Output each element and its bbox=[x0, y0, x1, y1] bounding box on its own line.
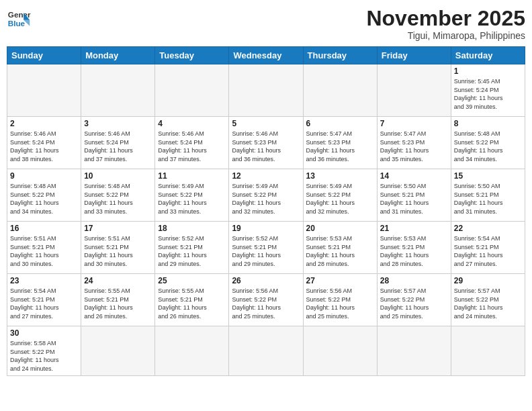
page: General Blue November 2025 Tigui, Mimaro… bbox=[0, 0, 532, 411]
header-tuesday: Tuesday bbox=[155, 47, 229, 64]
day-info: Sunrise: 5:51 AM Sunset: 5:21 PM Dayligh… bbox=[84, 234, 152, 268]
day-info: Sunrise: 5:48 AM Sunset: 5:22 PM Dayligh… bbox=[10, 182, 78, 216]
day-info: Sunrise: 5:56 AM Sunset: 5:22 PM Dayligh… bbox=[306, 287, 374, 320]
day-number: 2 bbox=[10, 119, 78, 128]
day-info: Sunrise: 5:46 AM Sunset: 5:24 PM Dayligh… bbox=[10, 130, 78, 163]
day-info: Sunrise: 5:52 AM Sunset: 5:21 PM Dayligh… bbox=[232, 234, 300, 268]
day-number: 5 bbox=[232, 119, 300, 128]
day-info: Sunrise: 5:49 AM Sunset: 5:22 PM Dayligh… bbox=[158, 182, 226, 216]
day-number: 18 bbox=[158, 224, 226, 233]
calendar-cell: 23Sunrise: 5:54 AM Sunset: 5:21 PM Dayli… bbox=[7, 274, 81, 326]
calendar-cell bbox=[451, 326, 525, 375]
day-number: 14 bbox=[380, 171, 448, 181]
day-number: 22 bbox=[454, 224, 522, 233]
day-number: 21 bbox=[380, 224, 448, 233]
calendar-cell: 25Sunrise: 5:55 AM Sunset: 5:21 PM Dayli… bbox=[155, 274, 229, 326]
title-section: November 2025 Tigui, Mimaropa, Philippin… bbox=[366, 7, 525, 41]
day-info: Sunrise: 5:46 AM Sunset: 5:24 PM Dayligh… bbox=[84, 130, 152, 163]
header-saturday: Saturday bbox=[451, 47, 525, 64]
calendar-cell: 14Sunrise: 5:50 AM Sunset: 5:21 PM Dayli… bbox=[377, 169, 451, 222]
calendar-cell bbox=[303, 326, 377, 375]
calendar-cell: 20Sunrise: 5:53 AM Sunset: 5:21 PM Dayli… bbox=[303, 222, 377, 274]
day-number: 16 bbox=[10, 224, 78, 233]
day-info: Sunrise: 5:53 AM Sunset: 5:21 PM Dayligh… bbox=[306, 234, 374, 268]
calendar-cell bbox=[229, 326, 303, 375]
calendar-cell bbox=[81, 64, 155, 117]
header-sunday: Sunday bbox=[7, 47, 81, 64]
calendar-cell: 5Sunrise: 5:46 AM Sunset: 5:23 PM Daylig… bbox=[229, 117, 303, 169]
calendar-cell bbox=[81, 326, 155, 375]
calendar-cell: 10Sunrise: 5:48 AM Sunset: 5:22 PM Dayli… bbox=[81, 169, 155, 222]
header-friday: Friday bbox=[377, 47, 451, 64]
day-number: 15 bbox=[454, 171, 522, 181]
day-number: 19 bbox=[232, 224, 300, 233]
calendar-cell bbox=[7, 64, 81, 117]
day-number: 7 bbox=[380, 119, 448, 128]
header-wednesday: Wednesday bbox=[229, 47, 303, 64]
day-info: Sunrise: 5:52 AM Sunset: 5:21 PM Dayligh… bbox=[158, 234, 226, 268]
calendar-cell: 12Sunrise: 5:49 AM Sunset: 5:22 PM Dayli… bbox=[229, 169, 303, 222]
day-number: 30 bbox=[10, 328, 78, 338]
day-info: Sunrise: 5:55 AM Sunset: 5:21 PM Dayligh… bbox=[84, 287, 152, 320]
weekday-header-row: Sunday Monday Tuesday Wednesday Thursday… bbox=[7, 47, 525, 64]
calendar-cell: 13Sunrise: 5:49 AM Sunset: 5:22 PM Dayli… bbox=[303, 169, 377, 222]
day-info: Sunrise: 5:49 AM Sunset: 5:22 PM Dayligh… bbox=[306, 182, 374, 216]
header: General Blue November 2025 Tigui, Mimaro… bbox=[7, 7, 525, 41]
day-info: Sunrise: 5:49 AM Sunset: 5:22 PM Dayligh… bbox=[232, 182, 300, 216]
calendar-cell: 1Sunrise: 5:45 AM Sunset: 5:24 PM Daylig… bbox=[451, 64, 525, 117]
day-info: Sunrise: 5:48 AM Sunset: 5:22 PM Dayligh… bbox=[454, 130, 522, 163]
day-number: 27 bbox=[306, 276, 374, 285]
day-info: Sunrise: 5:51 AM Sunset: 5:21 PM Dayligh… bbox=[10, 234, 78, 268]
calendar-cell: 16Sunrise: 5:51 AM Sunset: 5:21 PM Dayli… bbox=[7, 222, 81, 274]
calendar: Sunday Monday Tuesday Wednesday Thursday… bbox=[7, 46, 525, 375]
header-thursday: Thursday bbox=[303, 47, 377, 64]
day-number: 17 bbox=[84, 224, 152, 233]
calendar-cell: 18Sunrise: 5:52 AM Sunset: 5:21 PM Dayli… bbox=[155, 222, 229, 274]
day-info: Sunrise: 5:47 AM Sunset: 5:23 PM Dayligh… bbox=[306, 130, 374, 163]
day-info: Sunrise: 5:54 AM Sunset: 5:21 PM Dayligh… bbox=[454, 234, 522, 268]
day-number: 10 bbox=[84, 171, 152, 181]
calendar-cell bbox=[377, 326, 451, 375]
calendar-cell: 2Sunrise: 5:46 AM Sunset: 5:24 PM Daylig… bbox=[7, 117, 81, 169]
day-number: 26 bbox=[232, 276, 300, 285]
day-info: Sunrise: 5:46 AM Sunset: 5:24 PM Dayligh… bbox=[158, 130, 226, 163]
calendar-cell: 11Sunrise: 5:49 AM Sunset: 5:22 PM Dayli… bbox=[155, 169, 229, 222]
calendar-cell: 15Sunrise: 5:50 AM Sunset: 5:21 PM Dayli… bbox=[451, 169, 525, 222]
logo: General Blue bbox=[7, 7, 31, 31]
day-info: Sunrise: 5:50 AM Sunset: 5:21 PM Dayligh… bbox=[454, 182, 522, 216]
month-title: November 2025 bbox=[366, 7, 525, 30]
day-info: Sunrise: 5:48 AM Sunset: 5:22 PM Dayligh… bbox=[84, 182, 152, 216]
day-number: 8 bbox=[454, 119, 522, 128]
day-info: Sunrise: 5:54 AM Sunset: 5:21 PM Dayligh… bbox=[10, 287, 78, 320]
calendar-cell: 19Sunrise: 5:52 AM Sunset: 5:21 PM Dayli… bbox=[229, 222, 303, 274]
calendar-cell: 17Sunrise: 5:51 AM Sunset: 5:21 PM Dayli… bbox=[81, 222, 155, 274]
calendar-cell: 22Sunrise: 5:54 AM Sunset: 5:21 PM Dayli… bbox=[451, 222, 525, 274]
calendar-cell bbox=[155, 64, 229, 117]
svg-text:Blue: Blue bbox=[8, 19, 26, 28]
calendar-cell: 9Sunrise: 5:48 AM Sunset: 5:22 PM Daylig… bbox=[7, 169, 81, 222]
calendar-cell: 21Sunrise: 5:53 AM Sunset: 5:21 PM Dayli… bbox=[377, 222, 451, 274]
logo-icon: General Blue bbox=[7, 7, 31, 31]
day-info: Sunrise: 5:47 AM Sunset: 5:23 PM Dayligh… bbox=[380, 130, 448, 163]
day-info: Sunrise: 5:45 AM Sunset: 5:24 PM Dayligh… bbox=[454, 77, 522, 111]
header-monday: Monday bbox=[81, 47, 155, 64]
day-info: Sunrise: 5:57 AM Sunset: 5:22 PM Dayligh… bbox=[380, 287, 448, 320]
calendar-cell: 3Sunrise: 5:46 AM Sunset: 5:24 PM Daylig… bbox=[81, 117, 155, 169]
day-number: 25 bbox=[158, 276, 226, 285]
day-number: 6 bbox=[306, 119, 374, 128]
day-info: Sunrise: 5:53 AM Sunset: 5:21 PM Dayligh… bbox=[380, 234, 448, 268]
day-number: 9 bbox=[10, 171, 78, 181]
day-number: 4 bbox=[158, 119, 226, 128]
calendar-cell: 7Sunrise: 5:47 AM Sunset: 5:23 PM Daylig… bbox=[377, 117, 451, 169]
day-info: Sunrise: 5:57 AM Sunset: 5:22 PM Dayligh… bbox=[454, 287, 522, 320]
calendar-cell bbox=[155, 326, 229, 375]
day-info: Sunrise: 5:58 AM Sunset: 5:22 PM Dayligh… bbox=[10, 339, 78, 373]
calendar-cell bbox=[229, 64, 303, 117]
calendar-cell: 26Sunrise: 5:56 AM Sunset: 5:22 PM Dayli… bbox=[229, 274, 303, 326]
location: Tigui, Mimaropa, Philippines bbox=[366, 30, 525, 41]
calendar-cell: 30Sunrise: 5:58 AM Sunset: 5:22 PM Dayli… bbox=[7, 326, 81, 375]
day-number: 23 bbox=[10, 276, 78, 285]
calendar-cell: 28Sunrise: 5:57 AM Sunset: 5:22 PM Dayli… bbox=[377, 274, 451, 326]
day-info: Sunrise: 5:50 AM Sunset: 5:21 PM Dayligh… bbox=[380, 182, 448, 216]
day-number: 20 bbox=[306, 224, 374, 233]
